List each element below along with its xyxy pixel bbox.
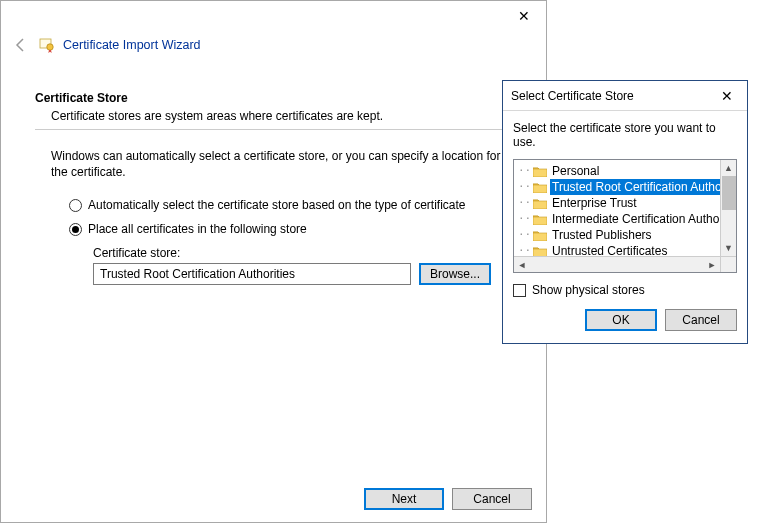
dialog-body: Select the certificate store you want to… — [503, 111, 747, 343]
cancel-button[interactable]: Cancel — [665, 309, 737, 331]
scroll-down-icon[interactable]: ▼ — [721, 240, 736, 256]
scroll-corner — [720, 256, 736, 272]
horizontal-scrollbar[interactable]: ◄ ► — [514, 256, 720, 272]
certificate-store-label: Certificate store: — [93, 246, 512, 260]
wizard-footer: Next Cancel — [364, 488, 532, 510]
wizard-titlebar: ✕ — [1, 1, 546, 31]
tree-connector-icon: ··· — [518, 163, 530, 179]
dialog-prompt: Select the certificate store you want to… — [513, 121, 737, 149]
tree-content: ··· Personal ··· Trusted Root Certificat… — [514, 160, 736, 262]
next-button[interactable]: Next — [364, 488, 444, 510]
folder-icon — [533, 198, 547, 209]
tree-item-label: Trusted Publishers — [550, 227, 654, 243]
tree-item-personal[interactable]: ··· Personal — [518, 163, 736, 179]
close-icon[interactable]: ✕ — [707, 82, 747, 110]
certificate-store-input[interactable] — [93, 263, 411, 285]
tree-item-label: Intermediate Certification Authorities — [550, 211, 737, 227]
tree-item-label: Trusted Root Certification Authorities — [550, 179, 737, 195]
radio-icon — [69, 199, 82, 212]
radio-group: Automatically select the certificate sto… — [69, 198, 512, 236]
tree-connector-icon: ··· — [518, 211, 530, 227]
vertical-scrollbar[interactable]: ▲ ▼ — [720, 160, 736, 256]
scroll-up-icon[interactable]: ▲ — [721, 160, 736, 176]
tree-item-trusted-root[interactable]: ··· Trusted Root Certification Authoriti… — [518, 179, 736, 195]
radio-label: Place all certificates in the following … — [88, 222, 307, 236]
tree-item-label: Personal — [550, 163, 601, 179]
wizard-header: Certificate Import Wizard — [1, 31, 546, 63]
dialog-title: Select Certificate Store — [511, 89, 634, 103]
back-arrow-icon[interactable] — [11, 35, 31, 55]
dialog-titlebar: Select Certificate Store ✕ — [503, 81, 747, 111]
radio-auto-select[interactable]: Automatically select the certificate sto… — [69, 198, 512, 212]
radio-icon — [69, 223, 82, 236]
checkbox-label: Show physical stores — [532, 283, 645, 297]
certificate-icon — [39, 37, 55, 53]
section-title: Certificate Store — [35, 91, 512, 105]
show-physical-stores-checkbox[interactable]: Show physical stores — [513, 283, 737, 297]
checkbox-icon — [513, 284, 526, 297]
radio-label: Automatically select the certificate sto… — [88, 198, 466, 212]
close-icon[interactable]: ✕ — [501, 2, 546, 30]
certificate-import-wizard-window: ✕ Certificate Import Wizard Certificate … — [0, 0, 547, 523]
scroll-right-icon[interactable]: ► — [704, 257, 720, 273]
browse-button[interactable]: Browse... — [419, 263, 491, 285]
folder-icon — [533, 230, 547, 241]
ok-button[interactable]: OK — [585, 309, 657, 331]
certificate-store-block: Certificate store: Browse... — [93, 246, 512, 285]
tree-item-enterprise-trust[interactable]: ··· Enterprise Trust — [518, 195, 736, 211]
section-subtitle: Certificate stores are system areas wher… — [51, 109, 512, 123]
tree-item-intermediate-ca[interactable]: ··· Intermediate Certification Authoriti… — [518, 211, 736, 227]
wizard-title: Certificate Import Wizard — [63, 38, 201, 52]
tree-item-trusted-publishers[interactable]: ··· Trusted Publishers — [518, 227, 736, 243]
tree-connector-icon: ··· — [518, 227, 530, 243]
cancel-button[interactable]: Cancel — [452, 488, 532, 510]
radio-place-all[interactable]: Place all certificates in the following … — [69, 222, 512, 236]
instruction-paragraph: Windows can automatically select a certi… — [51, 148, 512, 180]
scroll-left-icon[interactable]: ◄ — [514, 257, 530, 273]
tree-item-label: Enterprise Trust — [550, 195, 639, 211]
folder-icon — [533, 182, 547, 193]
tree-connector-icon: ··· — [518, 195, 530, 211]
dialog-footer: OK Cancel — [513, 309, 737, 333]
select-certificate-store-dialog: Select Certificate Store ✕ Select the ce… — [502, 80, 748, 344]
folder-icon — [533, 166, 547, 177]
tree-connector-icon: ··· — [518, 179, 530, 195]
scroll-thumb[interactable] — [722, 176, 736, 210]
divider — [35, 129, 512, 130]
certificate-store-tree[interactable]: ··· Personal ··· Trusted Root Certificat… — [513, 159, 737, 273]
wizard-body: Certificate Store Certificate stores are… — [1, 63, 546, 285]
folder-icon — [533, 214, 547, 225]
folder-icon — [533, 246, 547, 257]
